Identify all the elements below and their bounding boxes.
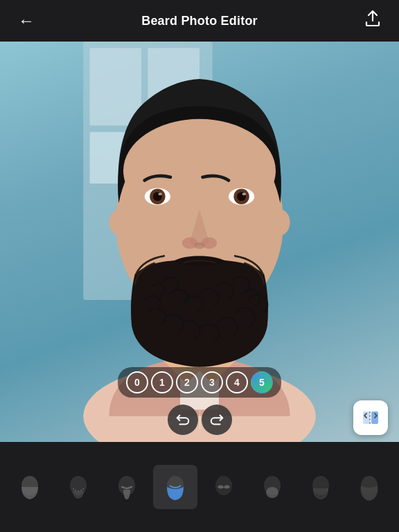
style-dot-1[interactable]: 1 xyxy=(151,371,173,393)
svg-point-31 xyxy=(82,488,84,490)
undo-redo-controls xyxy=(168,405,232,435)
beard-style-2[interactable] xyxy=(105,465,149,509)
svg-point-9 xyxy=(123,119,276,222)
undo-button[interactable] xyxy=(168,405,198,435)
svg-point-28 xyxy=(75,490,76,491)
svg-point-21 xyxy=(109,209,128,235)
beard-style-7[interactable] xyxy=(347,465,391,509)
svg-point-36 xyxy=(266,487,278,498)
style-dot-0[interactable]: 0 xyxy=(126,371,148,393)
export-button[interactable] xyxy=(360,10,385,32)
app-title: Beard Photo Editor xyxy=(141,14,258,28)
style-dot-2[interactable]: 2 xyxy=(176,371,198,393)
svg-point-29 xyxy=(78,490,79,492)
style-dot-5[interactable]: 5 xyxy=(251,371,273,393)
beard-style-6[interactable] xyxy=(299,465,343,509)
svg-point-22 xyxy=(271,209,290,235)
redo-button[interactable] xyxy=(202,405,232,435)
controls-divider xyxy=(200,410,200,429)
style-selector: 0 1 2 3 4 5 xyxy=(118,367,281,398)
svg-point-34 xyxy=(215,476,232,495)
svg-point-30 xyxy=(80,490,82,491)
svg-point-20 xyxy=(195,242,205,249)
top-navigation-bar: ← Beard Photo Editor xyxy=(0,0,399,42)
svg-point-27 xyxy=(73,488,74,490)
beard-style-toolbar xyxy=(0,442,399,532)
beard-style-3[interactable] xyxy=(153,465,197,509)
controls-overlay: 0 1 2 3 4 5 xyxy=(0,367,399,435)
style-dot-4[interactable]: 4 xyxy=(226,371,248,393)
beard-style-1[interactable] xyxy=(56,465,100,509)
compare-button[interactable] xyxy=(353,400,388,435)
beard-style-5[interactable] xyxy=(250,465,294,509)
beard-style-0[interactable] xyxy=(8,465,52,509)
beard-style-4[interactable] xyxy=(202,465,246,509)
back-button[interactable]: ← xyxy=(14,11,39,30)
style-dot-3[interactable]: 3 xyxy=(201,371,223,393)
svg-rect-1 xyxy=(90,48,142,125)
svg-point-17 xyxy=(242,193,247,195)
photo-canvas: 0 1 2 3 4 5 xyxy=(0,42,399,442)
svg-point-13 xyxy=(158,193,162,195)
